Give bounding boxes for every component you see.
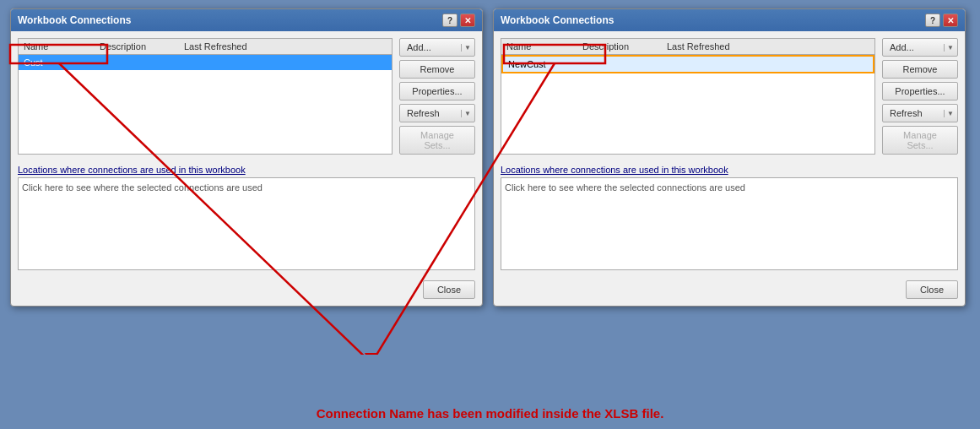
right-col-refreshed-header: Last Refreshed <box>665 41 871 52</box>
right-connections-panel: Name Description Last Refreshed NewCust <box>501 38 875 155</box>
right-add-arrow-icon[interactable]: ▼ <box>944 44 954 52</box>
right-locations-label: Locations where connections are used in … <box>501 165 958 175</box>
right-table-body: NewCust <box>501 55 874 139</box>
right-add-button[interactable]: Add... ▼ <box>882 38 958 57</box>
right-close-section: Close <box>494 277 965 306</box>
right-col-name-header: Name <box>505 41 581 52</box>
left-connections-panel: Name Description Last Refreshed Cust <box>18 38 393 155</box>
left-add-button[interactable]: Add... ▼ <box>399 38 475 57</box>
left-refresh-button[interactable]: Refresh ▼ <box>399 104 475 122</box>
right-close-titlebar-button[interactable]: ✕ <box>943 14 958 27</box>
left-row-name: Cust <box>22 57 98 68</box>
right-refresh-arrow-icon[interactable]: ▼ <box>944 110 954 117</box>
left-table-row-cust[interactable]: Cust <box>19 55 392 70</box>
left-help-button[interactable]: ? <box>442 14 458 27</box>
right-remove-button[interactable]: Remove <box>882 60 958 79</box>
right-connections-table: Name Description Last Refreshed NewCust <box>501 38 875 155</box>
left-locations-box[interactable]: Click here to see where the selected con… <box>18 177 475 270</box>
right-properties-button[interactable]: Properties... <box>882 82 958 100</box>
left-workbook-connections-dialog: Workbook Connections ? ✕ Name Descriptio… <box>10 8 483 307</box>
right-locations-placeholder: Click here to see where the selected con… <box>505 182 745 193</box>
annotation-text: Connection Name has been modified inside… <box>317 406 664 421</box>
right-table-header: Name Description Last Refreshed <box>501 39 874 55</box>
right-buttons-panel: Add... ▼ Remove Properties... Refresh ▼ … <box>882 38 958 155</box>
left-locations-label: Locations where connections are used in … <box>18 165 475 175</box>
left-connections-table: Name Description Last Refreshed Cust <box>18 38 393 155</box>
left-properties-button[interactable]: Properties... <box>399 82 475 100</box>
right-manage-sets-button[interactable]: Manage Sets... <box>882 126 958 155</box>
left-row-refreshed <box>182 57 388 68</box>
left-close-titlebar-button[interactable]: ✕ <box>460 14 475 27</box>
left-dialog-titlebar: Workbook Connections ? ✕ <box>11 9 482 31</box>
left-dialog-title: Workbook Connections <box>18 14 131 26</box>
right-dialog-title: Workbook Connections <box>501 14 614 26</box>
svg-marker-4 <box>365 353 378 355</box>
right-col-desc-header: Description <box>581 41 665 52</box>
left-remove-button[interactable]: Remove <box>399 60 475 79</box>
left-col-name-header: Name <box>22 41 98 52</box>
right-titlebar-buttons: ? ✕ <box>925 14 958 27</box>
left-close-section: Close <box>11 277 482 306</box>
left-add-arrow-icon[interactable]: ▼ <box>461 44 471 52</box>
left-table-body: Cust <box>19 55 392 139</box>
left-locations-section: Locations where connections are used in … <box>11 161 482 277</box>
right-row-name: NewCust <box>506 58 582 70</box>
right-row-refreshed <box>667 58 869 70</box>
left-locations-placeholder: Click here to see where the selected con… <box>22 182 263 193</box>
right-locations-section: Locations where connections are used in … <box>494 161 965 277</box>
left-col-refreshed-header: Last Refreshed <box>182 41 388 52</box>
right-table-row-newcust[interactable]: NewCust <box>501 55 874 73</box>
right-locations-box[interactable]: Click here to see where the selected con… <box>501 177 958 270</box>
left-row-desc <box>98 57 182 68</box>
left-buttons-panel: Add... ▼ Remove Properties... Refresh ▼ … <box>399 38 475 155</box>
left-col-desc-header: Description <box>98 41 182 52</box>
right-dialog-body: Name Description Last Refreshed NewCust <box>494 31 965 161</box>
left-manage-sets-button[interactable]: Manage Sets... <box>399 126 475 155</box>
left-titlebar-buttons: ? ✕ <box>442 14 475 27</box>
right-help-button[interactable]: ? <box>925 14 940 27</box>
right-dialog-titlebar: Workbook Connections ? ✕ <box>494 9 965 31</box>
left-refresh-arrow-icon[interactable]: ▼ <box>461 110 471 117</box>
right-workbook-connections-dialog: Workbook Connections ? ✕ Name Descriptio… <box>493 8 966 307</box>
right-refresh-button[interactable]: Refresh ▼ <box>882 104 958 122</box>
left-dialog-body: Name Description Last Refreshed Cust <box>11 31 482 161</box>
left-table-header: Name Description Last Refreshed <box>19 39 392 55</box>
left-close-button[interactable]: Close <box>423 280 475 299</box>
right-row-desc <box>582 58 667 70</box>
right-close-button[interactable]: Close <box>906 280 958 299</box>
